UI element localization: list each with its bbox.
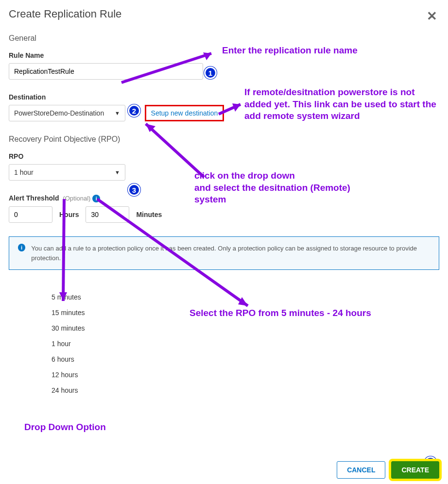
rpo-option[interactable]: 15 minutes <box>52 305 439 320</box>
info-icon[interactable]: i <box>92 195 100 202</box>
rpo-option[interactable]: 6 hours <box>52 351 439 367</box>
info-banner: i You can add a rule to a protection pol… <box>9 236 439 270</box>
rule-name-label: Rule Name <box>9 51 439 59</box>
optional-text: (Optional) <box>63 195 90 202</box>
create-button[interactable]: CREATE <box>391 461 439 479</box>
dialog-title: Create Replication Rule <box>9 8 439 20</box>
destination-dropdown[interactable]: PowerStoreDemo-Destination ▼ <box>9 105 125 121</box>
rpo-options-list: 5 minutes 15 minutes 30 minutes 1 hour 6… <box>52 289 439 398</box>
caret-down-icon: ▼ <box>115 169 120 175</box>
alert-hours-input[interactable] <box>9 206 52 223</box>
rpo-option[interactable]: 5 minutes <box>52 289 439 305</box>
rpo-option[interactable]: 12 hours <box>52 367 439 383</box>
info-icon: i <box>18 244 25 251</box>
rpo-option[interactable]: 24 hours <box>52 383 439 398</box>
rule-name-input[interactable] <box>9 63 203 80</box>
alert-threshold-text: Alert Threshold <box>9 194 59 202</box>
caret-down-icon: ▼ <box>115 110 120 116</box>
alert-threshold-label: Alert Threshold (Optional) i <box>9 194 439 202</box>
section-general: General <box>9 34 439 43</box>
rpo-dropdown[interactable]: 1 hour ▼ <box>9 164 125 181</box>
destination-value: PowerStoreDemo-Destination <box>14 109 104 117</box>
annotation-text: Drop Down Option <box>24 421 106 434</box>
destination-label: Destination <box>9 93 439 101</box>
rpo-option[interactable]: 30 minutes <box>52 320 439 336</box>
section-rpo: Recovery Point Objective (RPO) <box>9 135 439 144</box>
rpo-option[interactable]: 1 hour <box>52 336 439 351</box>
alert-minutes-input[interactable] <box>86 206 129 223</box>
setup-destination-link[interactable]: Setup new destination <box>145 105 224 121</box>
minutes-unit: Minutes <box>136 211 162 218</box>
close-icon[interactable]: ✕ <box>427 9 437 24</box>
info-banner-text: You can add a rule to a protection polic… <box>31 244 430 263</box>
hours-unit: Hours <box>59 211 79 218</box>
rpo-value: 1 hour <box>14 168 34 176</box>
cancel-button[interactable]: CANCEL <box>337 461 385 479</box>
rpo-label: RPO <box>9 152 439 160</box>
or-text: or <box>132 110 138 117</box>
